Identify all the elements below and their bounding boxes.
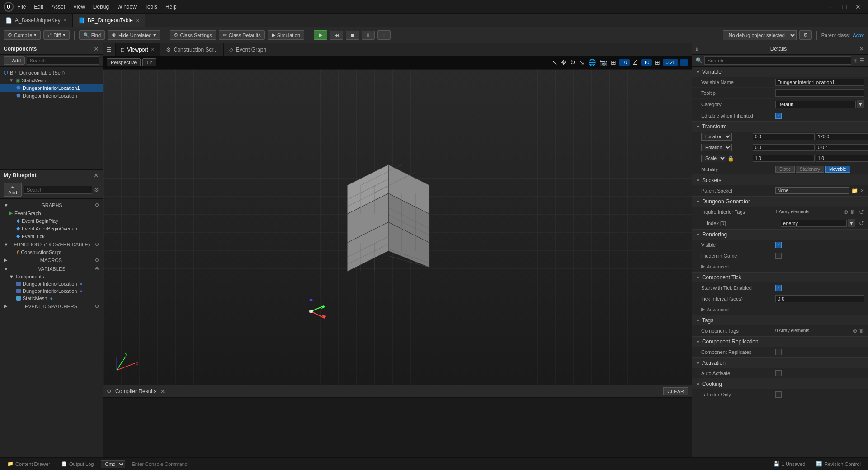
blueprint-close-button[interactable]: ✕ xyxy=(94,172,99,179)
tree-item-staticmesh[interactable]: ▼ ▣ StaticMesh xyxy=(0,76,103,84)
bp-item-components-group[interactable]: ▼ Components xyxy=(0,273,103,280)
menu-asset[interactable]: Asset xyxy=(48,3,69,11)
blueprint-add-button[interactable]: + Add xyxy=(4,183,22,197)
hidden-in-game-checkbox[interactable] xyxy=(775,253,782,259)
viewport-area[interactable]: Perspective Lit ↖ ✥ ↻ ⤡ 🌐 📷 ⊞ 10 ∠ 10 ⊞ … xyxy=(103,56,692,385)
array-add-icon[interactable]: ⊕ xyxy=(844,209,848,215)
tab-close-dungeon[interactable]: ✕ xyxy=(136,18,139,23)
lit-button[interactable]: Lit xyxy=(142,58,156,66)
location-y-input[interactable] xyxy=(816,133,868,140)
play-options-button[interactable]: ⋮ xyxy=(377,30,391,40)
menu-edit[interactable]: Edit xyxy=(30,3,47,11)
grid-size-display[interactable]: 10 xyxy=(619,59,630,66)
macros-add-icon[interactable]: ⊕ xyxy=(95,257,99,263)
tooltip-input[interactable] xyxy=(775,89,864,97)
scale-select[interactable]: Scale xyxy=(701,155,726,162)
bp-item-eventtick[interactable]: ◆ Event Tick xyxy=(0,232,103,240)
scale-snap-display[interactable]: 0.25 xyxy=(663,59,678,66)
play-next-button[interactable]: ⏭ xyxy=(330,31,343,40)
grid-toggle-icon[interactable]: ⊞ xyxy=(610,58,617,67)
compile-button[interactable]: ⚙ Compile ▾ xyxy=(4,30,41,40)
socket-folder-icon[interactable]: 📁 xyxy=(851,188,858,194)
class-settings-button[interactable]: ⚙ Class Settings xyxy=(170,30,216,40)
menu-debug[interactable]: Debug xyxy=(90,3,113,11)
tree-item-dungeon[interactable]: ⬟ DungeonInteriorLocation xyxy=(0,92,103,99)
rendering-advanced-row[interactable]: ▶ Advanced xyxy=(692,261,868,272)
menu-window[interactable]: Window xyxy=(113,3,140,11)
static-button[interactable]: Static xyxy=(775,166,795,173)
scale-icon[interactable]: ⤡ xyxy=(578,58,585,67)
details-filter-icon[interactable]: ☰ xyxy=(859,57,864,64)
bp-item-eventgraph[interactable]: ▶ EventGraph xyxy=(0,209,103,217)
cursor-icon[interactable]: ↖ xyxy=(551,58,558,67)
scale-x-input[interactable] xyxy=(753,155,815,162)
scale-y-input[interactable] xyxy=(816,155,868,162)
location-x-input[interactable] xyxy=(753,133,815,140)
diff-button[interactable]: ⇄ Diff ▾ xyxy=(43,30,69,40)
close-button[interactable]: ✕ xyxy=(852,2,864,11)
auto-activate-checkbox[interactable] xyxy=(775,370,782,376)
revision-control-button[interactable]: 🔄 Revision Control xyxy=(812,460,864,468)
graphs-section-header[interactable]: ▼ GRAPHS ⊕ xyxy=(0,201,103,209)
viewport-3d[interactable]: X Y xyxy=(103,70,692,385)
parent-socket-input[interactable] xyxy=(775,187,849,194)
tick-advanced-row[interactable]: ▶ Advanced xyxy=(692,304,868,315)
class-defaults-button[interactable]: ✏ Class Defaults xyxy=(219,30,265,40)
bp-item-var-staticmesh[interactable]: StaticMesh ● xyxy=(0,295,103,302)
tab-event-graph[interactable]: ◇ Event Graph xyxy=(224,43,272,56)
play-button[interactable]: ▶ xyxy=(314,30,327,40)
compiler-close-button[interactable]: ✕ xyxy=(160,388,165,395)
functions-add-icon[interactable]: ⊕ xyxy=(95,241,99,247)
variable-section-header[interactable]: ▼ Variable xyxy=(692,67,868,77)
angle-size-display[interactable]: 10 xyxy=(641,59,652,66)
parent-class-link[interactable]: Actor xyxy=(853,33,864,38)
menu-tools[interactable]: Tools xyxy=(141,3,161,11)
debug-options-button[interactable]: ⚙ xyxy=(799,30,812,40)
components-close-button[interactable]: ✕ xyxy=(94,45,99,52)
rotation-y-input[interactable] xyxy=(816,144,868,151)
stationary-button[interactable]: Stationary xyxy=(796,166,824,173)
camera-icon[interactable]: 📷 xyxy=(599,58,608,67)
clear-button[interactable]: CLEAR xyxy=(663,387,688,395)
tree-item-self[interactable]: ⬡ BP_DungeonTable (Self) xyxy=(0,69,103,76)
tick-interval-input[interactable] xyxy=(775,295,864,302)
viewport-close-icon[interactable]: ✕ xyxy=(151,47,155,52)
bp-item-var-dungeon2[interactable]: DungeonInteriorLocation ● xyxy=(0,287,103,295)
visible-checkbox[interactable]: ✓ xyxy=(775,242,782,248)
event-dispatchers-section-header[interactable]: ▶ EVENT DISPATCHERS ⊕ xyxy=(0,302,103,310)
content-drawer-button[interactable]: 📁 Content Drawer xyxy=(4,460,54,468)
debug-object-select[interactable]: No debug object selected xyxy=(723,30,797,40)
minimize-button[interactable]: ─ xyxy=(825,2,837,11)
category-input[interactable] xyxy=(775,101,856,108)
perspective-button[interactable]: Perspective xyxy=(107,58,141,66)
components-search-input[interactable] xyxy=(27,56,99,65)
bp-item-beginoverlap[interactable]: ◆ Event ActorBeginOverlap xyxy=(0,225,103,232)
tab-dungeon-table[interactable]: 📘 BP_DungeonTable ✕ xyxy=(73,14,145,27)
macros-section-header[interactable]: ▶ MACROS ⊕ xyxy=(0,256,103,264)
array-remove-icon[interactable]: 🗑 xyxy=(850,209,855,215)
variable-name-input[interactable] xyxy=(775,79,864,86)
tab-base-unique-key[interactable]: 📄 A_BaseUniqueKey ✕ xyxy=(0,14,73,27)
cooking-section-header[interactable]: ▼ Cooking xyxy=(692,379,868,389)
menu-view[interactable]: View xyxy=(70,3,89,11)
array-reset-icon[interactable]: ↺ xyxy=(859,208,864,216)
graphs-add-icon[interactable]: ⊕ xyxy=(95,202,99,208)
rendering-section-header[interactable]: ▼ Rendering xyxy=(692,230,868,240)
rotate-icon[interactable]: ↻ xyxy=(569,58,576,67)
dungeon-generator-header[interactable]: ▼ Dungeon Generator xyxy=(692,197,868,207)
tab-viewport[interactable]: □ Viewport ✕ xyxy=(116,43,160,56)
maximize-button[interactable]: □ xyxy=(838,2,851,11)
activation-section-header[interactable]: ▼ Activation xyxy=(692,358,868,368)
tag-dropdown-button[interactable]: ▾ xyxy=(848,219,855,227)
details-close-button[interactable]: ✕ xyxy=(859,45,864,52)
fov-display[interactable]: 1 xyxy=(680,59,688,66)
location-select[interactable]: Location xyxy=(701,133,732,141)
tags-section-header[interactable]: ▼ Tags xyxy=(692,315,868,325)
socket-clear-icon[interactable]: ✕ xyxy=(860,188,864,194)
bp-item-var-dungeon1[interactable]: DungeonInteriorLocation ● xyxy=(0,280,103,287)
is-editor-only-checkbox[interactable] xyxy=(775,391,782,398)
bp-item-beginplay[interactable]: ◆ Event BeginPlay xyxy=(0,217,103,225)
cmd-select[interactable]: Cmd xyxy=(101,460,125,468)
unsaved-indicator[interactable]: 💾 1 Unsaved xyxy=(770,460,809,468)
variables-section-header[interactable]: ▼ VARIABLES ⊕ xyxy=(0,264,103,273)
